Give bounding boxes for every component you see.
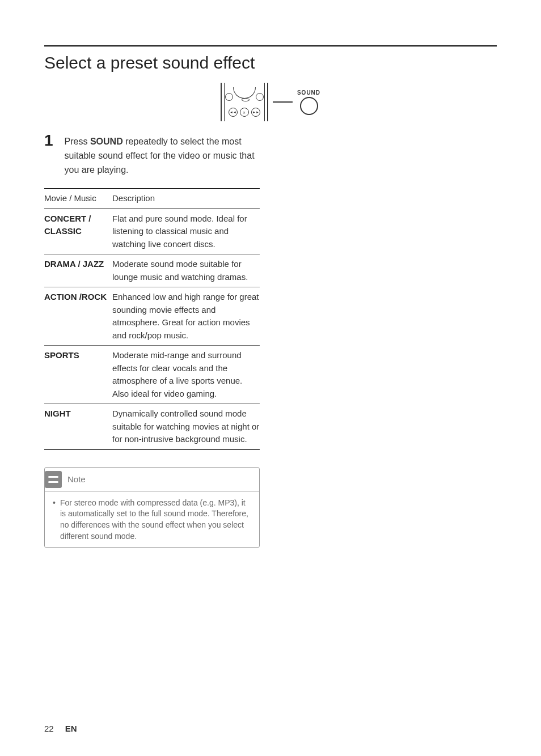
sound-mode-table: Movie / Music Description CONCERT / CLAS… [44,188,260,450]
nav-arc [233,87,256,99]
table-header-desc: Description [112,192,260,205]
section-divider [44,45,497,46]
page-language: EN [65,724,77,733]
section-title: Select a preset sound effect [44,53,497,73]
mode-name: NIGHT [44,407,112,446]
mode-desc: Dynamically controlled sound mode suitab… [112,407,260,446]
page-footer: 22 EN [44,724,77,733]
mode-desc: Flat and pure sound mode. Ideal for list… [112,213,260,251]
remote-illustration: ◄◄ ✕ ►► SOUND [200,83,341,121]
forward-icon: ►► [251,108,260,117]
mode-desc: Enhanced low and high range for great so… [112,291,260,342]
button-circle-left [225,93,233,101]
mode-name: SPORTS [44,349,112,400]
step-text-pre: Press [65,137,90,146]
button-circle-right [256,93,264,101]
note-header: Note [45,468,259,491]
table-row: SPORTS Moderate mid-range and surround e… [44,346,260,404]
note-body: • For stereo mode with compressed data (… [45,491,259,547]
mode-desc: Moderate sound mode suitable for lounge … [112,258,260,283]
sound-button-callout: SOUND [297,90,320,115]
note-bullet: • [53,498,56,542]
table-row: DRAMA / JAZZ Moderate sound mode suitabl… [44,254,260,287]
mode-name: CONCERT / CLASSIC [44,213,112,251]
rewind-icon: ◄◄ [229,108,238,117]
step-text: Press SOUND repeatedly to select the mos… [65,133,260,177]
note-block: Note • For stereo mode with compressed d… [44,467,260,548]
page-number: 22 [44,724,54,733]
table-header-mode: Movie / Music [44,192,112,205]
table-row: CONCERT / CLASSIC Flat and pure sound mo… [44,209,260,255]
remote-panel: ◄◄ ✕ ►► [221,83,268,121]
sound-button-circle [300,97,318,115]
note-text: For stereo mode with compressed data (e.… [60,498,251,542]
sound-button-label: SOUND [297,90,320,96]
callout-line [273,101,293,103]
table-header-row: Movie / Music Description [44,188,260,209]
mode-desc: Moderate mid-range and surround effects … [112,349,260,400]
table-row: NIGHT Dynamically controlled sound mode … [44,404,260,450]
note-label: Note [67,474,86,484]
table-row: ACTION /ROCK Enhanced low and high range… [44,287,260,346]
step-1: 1 Press SOUND repeatedly to select the m… [44,133,260,177]
mode-name: DRAMA / JAZZ [44,258,112,283]
step-text-bold: SOUND [90,137,123,146]
note-icon [45,471,62,488]
step-number: 1 [44,133,53,177]
mode-name: ACTION /ROCK [44,291,112,342]
mute-icon: ✕ [240,108,249,117]
